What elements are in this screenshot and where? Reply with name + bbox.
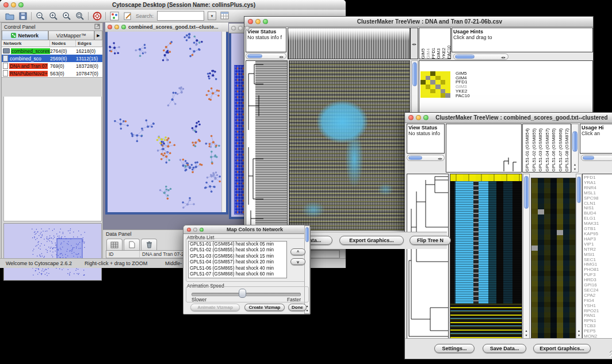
matrix-cell[interactable] xyxy=(435,76,441,81)
array-label[interactable]: GPL51-02 (GSM855) xyxy=(531,128,538,172)
matrix-cell[interactable] xyxy=(445,80,450,85)
matrix-cell[interactable] xyxy=(420,76,426,81)
help-lifering-icon[interactable] xyxy=(92,11,102,21)
scroll-thumb[interactable] xyxy=(408,156,422,160)
global-heatmap[interactable] xyxy=(450,174,522,339)
heatmap-vscrollbar[interactable]: ▴ ▾ xyxy=(523,174,530,339)
matrix-cell[interactable] xyxy=(435,85,441,89)
matrix-cell[interactable] xyxy=(435,80,441,85)
column-label[interactable]: GIM3 xyxy=(436,48,441,59)
view-status-hscrollbar[interactable]: ◂▸ xyxy=(407,155,445,161)
zoom-selected-icon[interactable] xyxy=(62,11,71,21)
network-table-row[interactable]: RNAPuberNov2+ 563(0) 107847(0) xyxy=(2,70,102,77)
save-data-button[interactable]: Save Data... xyxy=(483,344,526,353)
main-titlebar[interactable]: Cytoscape Desktop (Session Name: collins… xyxy=(0,0,346,10)
scroll-thumb[interactable] xyxy=(247,54,262,58)
attribute-list[interactable]: GPL51-01 (GSM854) heat shock 05 minGPL51… xyxy=(188,241,287,278)
network-vertical-scrollbar[interactable] xyxy=(221,32,226,212)
zoom-window-button[interactable] xyxy=(200,228,204,232)
column-label[interactable]: PAC10 xyxy=(446,45,451,59)
zoom-window-button[interactable] xyxy=(121,25,126,29)
minimize-button[interactable] xyxy=(238,26,243,30)
zoom-out-icon[interactable] xyxy=(35,11,45,21)
network-table-row[interactable]: combined_scores 2764(0) 16218(0) xyxy=(2,47,102,55)
close-button[interactable] xyxy=(187,228,191,232)
matrix-cell[interactable] xyxy=(430,76,435,81)
matrix-cell[interactable] xyxy=(430,80,435,85)
matrix-cell[interactable] xyxy=(430,93,435,98)
minimize-button[interactable] xyxy=(193,228,197,232)
minimize-button[interactable] xyxy=(11,2,16,7)
global-heatmap[interactable] xyxy=(289,60,410,231)
export-graphics-button[interactable]: Export Graphics... xyxy=(339,236,404,245)
usage-hints-hscrollbar[interactable]: ◂▸ xyxy=(453,53,508,60)
matrix-cell[interactable] xyxy=(430,71,435,76)
tab-overflow-arrow[interactable]: ▶ xyxy=(94,30,102,40)
minimize-button[interactable] xyxy=(114,25,119,29)
array-label[interactable]: GPL51-08 (GSM872) xyxy=(564,128,571,172)
matrix-cell[interactable] xyxy=(441,85,446,89)
zoom-window-button[interactable] xyxy=(423,115,429,120)
search-dropdown-icon[interactable]: ▼ xyxy=(208,12,216,20)
scroll-thumb[interactable] xyxy=(305,227,309,242)
scroll-thumb[interactable] xyxy=(577,177,581,203)
column-dendrogram[interactable] xyxy=(288,28,410,59)
matrix-cell[interactable] xyxy=(445,85,450,89)
gene-list-vscrollbar[interactable]: ▴ ▾ xyxy=(576,174,582,339)
matrix-cell[interactable] xyxy=(426,89,431,94)
network-table-row[interactable]: DNA and Tran 07 769(0) 183728(0) xyxy=(2,62,102,70)
close-button[interactable] xyxy=(108,25,112,29)
matrix-cell[interactable] xyxy=(445,71,450,76)
column-label[interactable]: GIM4 xyxy=(426,48,431,59)
attribute-item[interactable]: GPL51-02 (GSM855) heat shock 10 min xyxy=(189,247,286,253)
array-label[interactable]: GPL51-01 (GSM854) xyxy=(524,128,531,172)
animation-speed-slider[interactable] xyxy=(192,293,301,296)
slider-thumb[interactable] xyxy=(239,289,246,298)
matrix-cell[interactable] xyxy=(420,93,426,98)
close-button[interactable] xyxy=(408,115,414,120)
create-vizmap-button[interactable]: Create Vizmap xyxy=(244,304,285,311)
column-label[interactable]: PFD1 xyxy=(431,48,436,59)
scroll-thumb[interactable] xyxy=(583,156,594,160)
zoom-window-button[interactable] xyxy=(263,19,268,24)
matrix-cell[interactable] xyxy=(435,89,441,94)
overview-canvas[interactable] xyxy=(4,224,100,279)
view-status-hscrollbar[interactable]: ◂▸ xyxy=(246,53,286,59)
attribute-item[interactable]: GPL51-03 (GSM856) heat shock 15 min xyxy=(189,254,286,259)
grid-view-icon[interactable] xyxy=(106,239,123,250)
column-label[interactable]: GIM5 xyxy=(420,48,426,59)
tab-vizmapper[interactable]: VizMapper™ xyxy=(48,30,95,40)
matrix-cell[interactable] xyxy=(435,93,441,98)
network-table-row[interactable]: combined_sco 2569(6) 13112(15) xyxy=(2,55,102,62)
zoom-window-button[interactable] xyxy=(245,26,250,30)
move-down-button[interactable]: v xyxy=(290,258,305,265)
row-label[interactable]: PAC10 xyxy=(456,94,470,98)
matrix-cell[interactable] xyxy=(420,80,426,85)
attribute-item[interactable]: GPL51-04 (GSM857) heat shock 20 min xyxy=(189,259,286,265)
attribute-table-icon[interactable] xyxy=(220,11,230,21)
matrix-cell[interactable] xyxy=(426,85,431,89)
zoom-fit-icon[interactable] xyxy=(75,11,85,21)
matrix-cell[interactable] xyxy=(445,76,450,81)
minimize-button[interactable] xyxy=(416,115,421,120)
row-dendrogram[interactable] xyxy=(246,60,288,231)
tab-network[interactable]: Network xyxy=(2,30,48,40)
attribute-item[interactable]: GPL51-07 (GSM868) heat shock 60 min xyxy=(189,271,286,277)
scroll-thumb[interactable] xyxy=(572,131,577,152)
trash-icon[interactable] xyxy=(141,239,157,250)
close-button[interactable] xyxy=(248,19,253,24)
usage-hints-hscrollbar[interactable] xyxy=(581,155,612,161)
scroll-thumb[interactable] xyxy=(412,62,417,86)
matrix-cell[interactable] xyxy=(435,71,441,76)
dialog-titlebar[interactable]: Map Colors to Network xyxy=(183,225,310,234)
matrix-cell[interactable] xyxy=(426,80,431,85)
float-panel-icon[interactable] xyxy=(94,24,100,30)
close-button[interactable] xyxy=(231,26,236,30)
network-canvas[interactable] xyxy=(108,32,222,210)
flip-tree-button[interactable]: Flip Tree N xyxy=(410,236,451,245)
matrix-cell[interactable] xyxy=(445,89,450,94)
annotation-icon[interactable] xyxy=(123,11,132,21)
matrix-cell[interactable] xyxy=(430,85,435,89)
array-label[interactable]: GPL51-04 (GSM857) xyxy=(544,128,551,172)
matrix-cell[interactable] xyxy=(441,71,446,76)
